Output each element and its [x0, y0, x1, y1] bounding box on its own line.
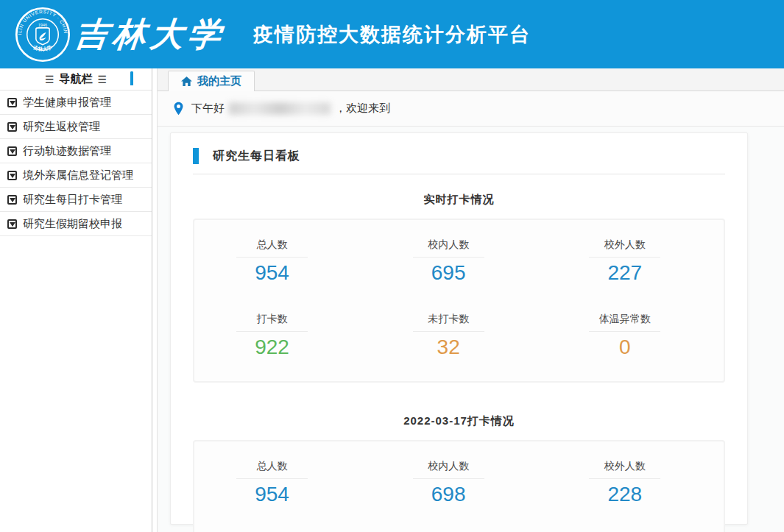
sidebar-header: ☰ 导航栏 ☰ [0, 68, 152, 91]
stat-value: 0 [589, 332, 660, 359]
sidebar-item-grad-return[interactable]: 研究生返校管理 [0, 115, 152, 139]
stat-label: 校外人数 [589, 460, 660, 479]
sidebar-item-label: 学生健康申报管理 [23, 96, 111, 110]
section-realtime-checkin: 实时打卡情况 总人数 954 校内人数 [193, 193, 725, 383]
stat-checked-in: 打卡数 922 [194, 313, 371, 359]
home-icon [181, 77, 192, 87]
stat-label: 校外人数 [589, 238, 660, 258]
sidebar-item-holiday-stay[interactable]: 研究生假期留校申报 [0, 212, 152, 236]
app-header: JILIN UNIVERSITY · CHINA 吉林大学 1946 吉林大学 … [0, 0, 784, 68]
stats-panel: 总人数 954 校内人数 698 [193, 440, 725, 532]
tab-my-homepage[interactable]: 我的主页 [168, 71, 255, 91]
stat-label: 打卡数 [236, 313, 308, 332]
stat-label: 校内人数 [413, 460, 484, 479]
stat-on-campus: 校内人数 695 [371, 238, 548, 285]
university-name: 吉林大学 [73, 13, 227, 57]
svg-text:吉林大学: 吉林大学 [32, 44, 53, 52]
greeting-suffix: ，欢迎来到 [335, 102, 390, 116]
section-title: 实时打卡情况 [193, 193, 725, 207]
stat-value: 698 [413, 479, 484, 506]
svg-text:JILIN UNIVERSITY · CHINA: JILIN UNIVERSITY · CHINA [15, 7, 68, 35]
stat-label: 体温异常数 [589, 313, 660, 332]
stat-value: 228 [589, 479, 660, 506]
tab-label: 我的主页 [197, 74, 241, 88]
hamburger-icon-left[interactable]: ☰ [45, 74, 54, 85]
main-area: 我的主页 下午好 ，欢迎来到 研究生每日看板 [157, 68, 784, 532]
sidebar-title: 导航栏 [60, 72, 93, 86]
stat-value: 922 [236, 332, 308, 359]
logo-year-text: 1946 [38, 22, 47, 26]
sidebar-item-trajectory-data[interactable]: 行动轨迹数据管理 [0, 139, 152, 163]
logo-ring-text: JILIN UNIVERSITY · CHINA [15, 7, 68, 35]
location-pin-icon [173, 102, 184, 116]
stat-label: 总人数 [236, 238, 308, 258]
university-logo: JILIN UNIVERSITY · CHINA 吉林大学 1946 [15, 7, 71, 63]
stat-value: 695 [413, 258, 484, 285]
stat-abnormal-temp: 体温异常数 0 [547, 313, 724, 359]
stat-value: 954 [236, 479, 308, 506]
page-title: 疫情防控大数据统计分析平台 [253, 21, 531, 48]
stat-not-checked-in: 未打卡数 32 [371, 313, 548, 359]
dropdown-caret-icon [7, 219, 17, 229]
sidebar-item-overseas-relatives[interactable]: 境外亲属信息登记管理 [0, 163, 152, 188]
logo-emblem-swan [39, 32, 46, 40]
sidebar-item-label: 行动轨迹数据管理 [23, 144, 111, 158]
sidebar-item-label: 研究生返校管理 [23, 120, 100, 134]
content-area: 研究生每日看板 实时打卡情况 总人数 954 [158, 127, 784, 532]
greeting-prefix: 下午好 [191, 102, 225, 116]
stat-value: 32 [413, 332, 484, 359]
stat-total: 总人数 954 [194, 460, 371, 506]
logo-bottom-text: 吉林大学 [32, 44, 53, 52]
section-dated-checkin: 2022-03-17打卡情况 总人数 954 校内人数 [193, 414, 725, 532]
app-window: JILIN UNIVERSITY · CHINA 吉林大学 1946 吉林大学 … [0, 0, 784, 532]
dropdown-caret-icon [7, 98, 17, 107]
dropdown-caret-icon [7, 195, 17, 205]
stat-value: 954 [236, 258, 308, 285]
title-accent-bar [193, 148, 199, 164]
dropdown-caret-icon [7, 122, 17, 132]
sidebar: ☰ 导航栏 ☰ 学生健康申报管理 研究生返校管理 行动轨迹数据管理 [0, 68, 152, 532]
sidebar-item-label: 研究生假期留校申报 [23, 217, 122, 231]
stat-on-campus: 校内人数 698 [371, 460, 548, 506]
stat-label: 校内人数 [413, 238, 484, 258]
stat-total: 总人数 954 [194, 238, 371, 285]
lock-icon[interactable] [130, 73, 142, 86]
sidebar-item-student-health[interactable]: 学生健康申报管理 [0, 91, 152, 115]
tab-strip: 我的主页 [158, 68, 784, 91]
dashboard-card: 研究生每日看板 实时打卡情况 总人数 954 [170, 132, 748, 525]
hamburger-icon-right[interactable]: ☰ [98, 74, 107, 85]
stat-label: 未打卡数 [413, 313, 484, 332]
sidebar-item-daily-checkin[interactable]: 研究生每日打卡管理 [0, 188, 152, 212]
dropdown-caret-icon [7, 146, 17, 156]
dashboard-title: 研究生每日看板 [213, 149, 300, 164]
stat-label: 总人数 [236, 460, 308, 479]
stats-panel: 总人数 954 校内人数 695 [193, 219, 725, 383]
section-title: 2022-03-17打卡情况 [193, 414, 725, 428]
stat-off-campus: 校外人数 228 [547, 460, 724, 506]
greeting-bar: 下午好 ，欢迎来到 [158, 91, 784, 127]
stat-value: 227 [589, 258, 660, 285]
sidebar-item-label: 境外亲属信息登记管理 [23, 169, 133, 182]
redacted-username [229, 102, 331, 115]
dashboard-title-row: 研究生每日看板 [193, 148, 725, 164]
divider [193, 174, 725, 174]
stat-off-campus: 校外人数 227 [547, 238, 724, 285]
sidebar-item-label: 研究生每日打卡管理 [23, 193, 122, 207]
dropdown-caret-icon [7, 171, 17, 180]
